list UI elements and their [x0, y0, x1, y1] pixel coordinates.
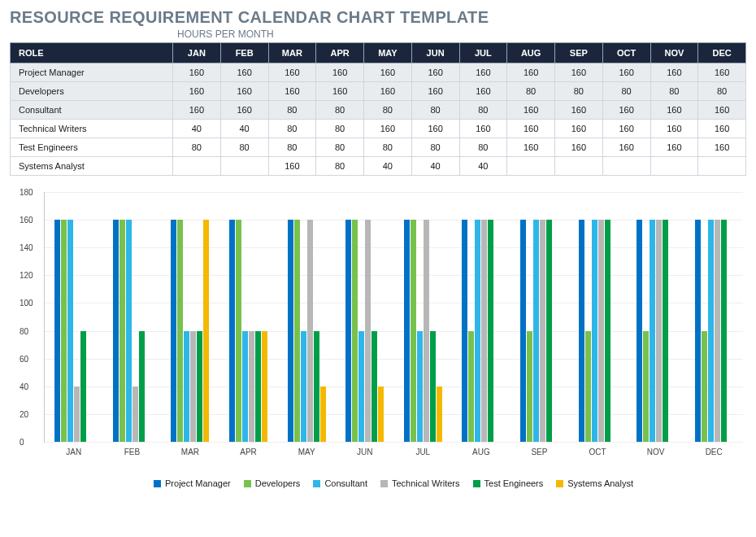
- legend-swatch: [244, 480, 251, 487]
- header-month: AUG: [507, 43, 555, 63]
- cell-value: 80: [364, 101, 412, 120]
- cell-value: 160: [411, 63, 459, 82]
- bar: [715, 220, 720, 442]
- cell-role: Project Manager: [11, 63, 173, 82]
- bar: [592, 220, 597, 442]
- y-tick-label: 180: [20, 188, 33, 197]
- header-month: MAR: [268, 43, 316, 63]
- cell-value: 160: [173, 82, 221, 101]
- cell-value: 40: [220, 120, 268, 138]
- legend-swatch: [313, 480, 320, 487]
- bar: [404, 220, 410, 442]
- cell-value: 160: [459, 63, 507, 82]
- y-tick-label: 120: [20, 271, 33, 280]
- bar: [579, 220, 584, 442]
- cell-value: 160: [555, 120, 603, 138]
- cell-value: 160: [268, 63, 316, 82]
- bar: [197, 331, 202, 442]
- bar: [650, 220, 655, 442]
- bar: [481, 220, 487, 442]
- bar: [229, 220, 235, 442]
- x-tick-label: MAY: [298, 448, 315, 456]
- cell-role: Developers: [11, 82, 173, 101]
- table-row: Technical Writers40408080160160160160160…: [11, 120, 746, 138]
- chart: JANFEBMARAPRMAYJUNJULAUGSEPOCTNOVDEC Pro…: [10, 187, 746, 488]
- cell-value: 160: [650, 138, 698, 157]
- bar: [378, 386, 384, 442]
- chart-legend: Project ManagerDevelopersConsultantTechn…: [44, 478, 743, 488]
- cell-value: 160: [507, 63, 555, 82]
- bar: [468, 331, 474, 442]
- legend-swatch: [473, 480, 480, 487]
- bar: [314, 331, 319, 442]
- subtitle: HOURS PER MONTH: [177, 28, 746, 40]
- bar: [133, 386, 138, 442]
- bar: [708, 220, 714, 442]
- bar: [430, 331, 436, 442]
- header-month: SEP: [555, 43, 603, 63]
- x-tick-label: DEC: [706, 448, 723, 456]
- gridline: [45, 192, 743, 193]
- bar: [288, 220, 293, 442]
- bar: [236, 220, 241, 442]
- bar: [488, 220, 493, 442]
- bar: [411, 220, 416, 442]
- y-tick-label: 140: [20, 243, 33, 252]
- legend-item: Developers: [244, 478, 301, 488]
- cell-value: 80: [459, 138, 507, 157]
- cell-value: 160: [220, 82, 268, 101]
- cell-value: 40: [364, 157, 412, 176]
- cell-value: 160: [507, 101, 555, 120]
- cell-value: 160: [602, 120, 650, 138]
- bar: [585, 331, 591, 442]
- cell-value: 80: [220, 138, 268, 157]
- x-tick-label: SEP: [531, 448, 547, 456]
- table-row: Developers160160160160160160160808080808…: [11, 82, 746, 101]
- bar: [74, 386, 80, 442]
- cell-value: 80: [268, 120, 316, 138]
- legend-label: Test Engineers: [484, 478, 544, 488]
- cell-value: 160: [698, 63, 746, 82]
- bar: [294, 220, 300, 442]
- legend-item: Test Engineers: [473, 478, 544, 488]
- legend-swatch: [380, 480, 388, 487]
- cell-value: 160: [364, 63, 412, 82]
- cell-value: 160: [555, 63, 603, 82]
- y-tick-label: 100: [20, 299, 33, 308]
- legend-label: Consultant: [324, 478, 367, 488]
- bar: [540, 220, 545, 442]
- bar: [190, 331, 196, 442]
- chart-plot-area: JANFEBMARAPRMAYJUNJULAUGSEPOCTNOVDEC: [44, 192, 743, 443]
- bar: [643, 331, 649, 442]
- cell-value: 80: [411, 101, 459, 120]
- cell-value: 160: [602, 101, 650, 120]
- bar: [656, 220, 662, 442]
- cell-value: [507, 157, 555, 176]
- bar: [119, 220, 125, 442]
- x-tick-label: FEB: [124, 448, 140, 456]
- cell-value: 160: [459, 120, 507, 138]
- x-tick-label: NOV: [647, 448, 665, 456]
- x-tick-label: AUG: [472, 448, 490, 456]
- cell-value: 40: [459, 157, 507, 176]
- y-tick-label: 40: [20, 382, 28, 391]
- cell-value: 160: [698, 138, 746, 157]
- bar: [249, 331, 254, 442]
- bar: [301, 331, 306, 442]
- header-month: DEC: [698, 43, 746, 63]
- legend-label: Systems Analyst: [567, 478, 633, 488]
- header-month: FEB: [220, 43, 268, 63]
- cell-value: 160: [411, 82, 459, 101]
- bar: [320, 386, 326, 442]
- cell-value: 80: [316, 157, 364, 176]
- bar: [345, 220, 351, 442]
- bar: [54, 220, 60, 442]
- cell-value: 160: [364, 120, 412, 138]
- bar: [663, 220, 668, 442]
- bar: [177, 220, 183, 442]
- cell-value: 160: [316, 63, 364, 82]
- x-tick-label: APR: [240, 448, 257, 456]
- cell-value: 80: [411, 138, 459, 157]
- legend-item: Consultant: [313, 478, 367, 488]
- legend-label: Developers: [255, 478, 301, 488]
